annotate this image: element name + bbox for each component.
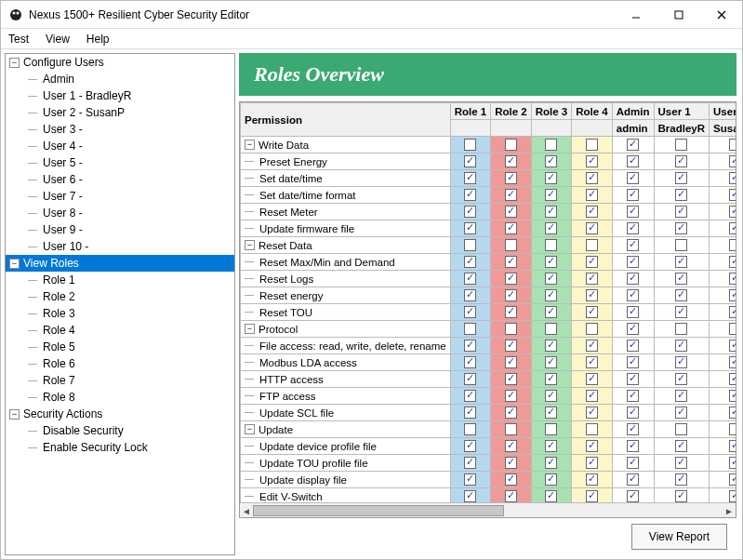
permission-checkbox[interactable] <box>675 206 687 218</box>
permission-checkbox[interactable] <box>675 189 687 201</box>
permission-checkbox[interactable] <box>627 457 639 469</box>
permission-checkbox[interactable] <box>505 440 517 452</box>
permission-checkbox[interactable] <box>675 239 687 251</box>
permission-checkbox[interactable] <box>545 407 557 419</box>
permission-checkbox[interactable] <box>627 222 639 234</box>
permission-checkbox[interactable] <box>675 440 687 452</box>
col-header-adm[interactable]: Admin <box>612 103 654 120</box>
permission-checkbox[interactable] <box>729 222 736 234</box>
permission-checkbox[interactable] <box>586 440 598 452</box>
permission-checkbox[interactable] <box>586 323 598 335</box>
sidebar-tree[interactable]: −Configure UsersAdminUser 1 - BradleyRUs… <box>5 53 235 555</box>
permission-checkbox[interactable] <box>505 155 517 167</box>
permission-checkbox[interactable] <box>586 139 598 151</box>
permission-checkbox[interactable] <box>729 356 736 368</box>
collapse-icon[interactable]: − <box>9 409 20 420</box>
permission-checkbox[interactable] <box>627 306 639 318</box>
permission-checkbox[interactable] <box>729 423 736 435</box>
permission-checkbox[interactable] <box>505 206 517 218</box>
scroll-right-icon[interactable]: ► <box>723 503 736 518</box>
tree-item[interactable]: Role 4 <box>6 322 234 339</box>
permission-checkbox[interactable] <box>586 273 598 285</box>
permission-checkbox[interactable] <box>729 289 736 301</box>
permission-checkbox[interactable] <box>505 323 517 335</box>
tree-item[interactable]: User 1 - BradleyR <box>6 87 234 104</box>
permission-checkbox[interactable] <box>545 457 557 469</box>
permission-checkbox[interactable] <box>505 356 517 368</box>
permission-checkbox[interactable] <box>627 440 639 452</box>
collapse-icon[interactable]: − <box>245 140 255 150</box>
permission-checkbox[interactable] <box>545 490 557 502</box>
permission-checkbox[interactable] <box>675 373 687 385</box>
permission-checkbox[interactable] <box>627 289 639 301</box>
tree-group-view-roles[interactable]: −View Roles <box>6 255 234 272</box>
permission-checkbox[interactable] <box>545 289 557 301</box>
permission-checkbox[interactable] <box>464 139 476 151</box>
permission-checkbox[interactable] <box>729 473 736 486</box>
permission-checkbox[interactable] <box>545 189 557 201</box>
permission-checkbox[interactable] <box>545 340 557 352</box>
permission-checkbox[interactable] <box>627 373 639 385</box>
tree-item[interactable]: Admin <box>6 71 234 87</box>
permission-checkbox[interactable] <box>464 323 476 335</box>
permission-checkbox[interactable] <box>586 340 598 352</box>
permission-checkbox[interactable] <box>464 457 476 469</box>
permission-checkbox[interactable] <box>464 490 476 502</box>
permission-checkbox[interactable] <box>675 423 687 435</box>
permission-checkbox[interactable] <box>675 139 687 151</box>
permission-checkbox[interactable] <box>505 256 517 268</box>
col-header-r3[interactable]: Role 3 <box>531 103 572 120</box>
tree-item[interactable]: Role 3 <box>6 305 234 322</box>
permission-checkbox[interactable] <box>545 256 557 268</box>
tree-item[interactable]: User 3 - <box>6 121 234 138</box>
permission-checkbox[interactable] <box>627 273 639 285</box>
scroll-left-icon[interactable]: ◄ <box>240 503 253 518</box>
permission-checkbox[interactable] <box>675 340 687 352</box>
permission-checkbox[interactable] <box>586 423 598 435</box>
permission-checkbox[interactable] <box>586 172 598 184</box>
permission-checkbox[interactable] <box>729 390 736 402</box>
permission-checkbox[interactable] <box>545 323 557 335</box>
permission-checkbox[interactable] <box>464 356 476 368</box>
tree-item[interactable]: Enable Security Lock <box>6 439 234 456</box>
tree-item[interactable]: Role 7 <box>6 372 234 389</box>
permission-checkbox[interactable] <box>729 273 736 285</box>
permission-checkbox[interactable] <box>586 407 598 419</box>
permission-checkbox[interactable] <box>505 139 517 151</box>
close-button[interactable] <box>709 6 735 24</box>
tree-item[interactable]: Disable Security <box>6 422 234 439</box>
col-header-u1[interactable]: User 1 <box>654 103 710 120</box>
tree-item[interactable]: User 4 - <box>6 138 234 154</box>
permission-checkbox[interactable] <box>675 155 687 167</box>
tree-item[interactable]: User 9 - <box>6 221 234 238</box>
permission-checkbox[interactable] <box>729 457 736 469</box>
permission-checkbox[interactable] <box>545 172 557 184</box>
permission-checkbox[interactable] <box>586 390 598 402</box>
permission-checkbox[interactable] <box>729 306 736 318</box>
permission-checkbox[interactable] <box>627 356 639 368</box>
permission-checkbox[interactable] <box>586 356 598 368</box>
permission-checkbox[interactable] <box>464 340 476 352</box>
collapse-icon[interactable]: − <box>9 58 20 68</box>
permission-checkbox[interactable] <box>675 172 687 184</box>
permission-checkbox[interactable] <box>464 289 476 301</box>
permission-checkbox[interactable] <box>464 222 476 234</box>
maximize-button[interactable] <box>666 6 692 24</box>
permission-checkbox[interactable] <box>464 239 476 251</box>
permission-checkbox[interactable] <box>586 222 598 234</box>
permission-checkbox[interactable] <box>586 206 598 218</box>
permission-checkbox[interactable] <box>729 256 736 268</box>
permission-checkbox[interactable] <box>675 457 687 469</box>
permission-checkbox[interactable] <box>464 189 476 201</box>
permission-checkbox[interactable] <box>464 273 476 285</box>
permission-checkbox[interactable] <box>505 239 517 251</box>
permission-checkbox[interactable] <box>545 139 557 151</box>
minimize-button[interactable] <box>623 6 649 24</box>
permission-checkbox[interactable] <box>675 473 687 486</box>
permission-checkbox[interactable] <box>586 490 598 502</box>
collapse-icon[interactable]: − <box>245 324 255 334</box>
permission-checkbox[interactable] <box>627 155 639 167</box>
permission-checkbox[interactable] <box>729 172 736 184</box>
tree-item[interactable]: Role 2 <box>6 288 234 305</box>
col-header-r1[interactable]: Role 1 <box>450 103 491 120</box>
